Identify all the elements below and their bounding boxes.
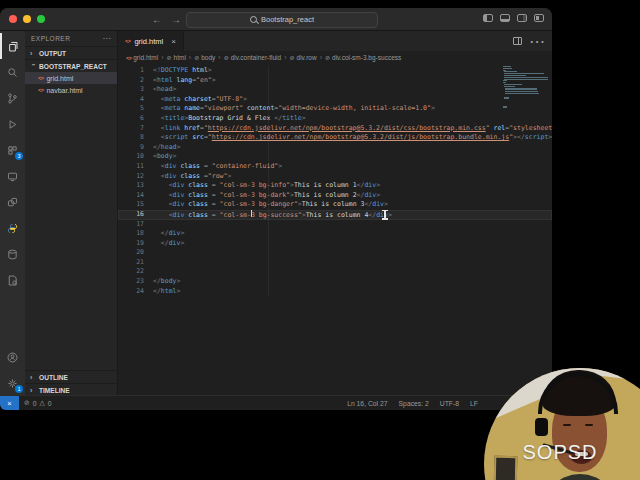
remote-indicator[interactable]: ×	[0, 396, 19, 410]
code-line[interactable]: 8 <script src="https://cdn.jsdelivr.net/…	[118, 133, 552, 143]
eol-setting[interactable]: LF	[470, 400, 478, 407]
forward-icon[interactable]: →	[171, 14, 181, 25]
code-text: <title>Bootstrap Grid & Flex </title>	[153, 114, 306, 124]
breadcrumb-item[interactable]: ⊘div.col-sm-3.bg-success	[325, 54, 401, 61]
code-line[interactable]: 16 <div class = "col-sm-3 bg-success">Th…	[118, 210, 552, 220]
code-line[interactable]: 14 <div class = "col-sm-3 bg-dark">This …	[118, 191, 552, 201]
code-line[interactable]: 5 <meta name="viewport" content="width=d…	[118, 104, 552, 114]
code-text: </div>	[153, 239, 184, 249]
toggle-panel-icon[interactable]	[500, 14, 510, 22]
output-label: OUTPUT	[39, 50, 66, 57]
activity-explorer[interactable]	[0, 33, 25, 59]
mouse-ibeam-cursor	[384, 210, 386, 220]
code-line[interactable]: 4 <meta charset="UTF-8">	[118, 95, 552, 105]
command-center-search[interactable]: Bootstrap_react	[186, 12, 378, 28]
history-nav: ← →	[152, 8, 181, 30]
output-section[interactable]: › OUTPUT	[25, 46, 117, 59]
html-file-icon: <>	[38, 75, 43, 81]
activity-database[interactable]	[0, 241, 25, 267]
indentation-setting[interactable]: Spaces: 2	[399, 400, 429, 407]
explorer-more-icon[interactable]: ⋯	[103, 34, 112, 43]
file-item-navbar[interactable]: <> navbar.html	[25, 84, 117, 96]
chevron-right-icon: ›	[30, 387, 36, 394]
split-editor-icon[interactable]	[513, 37, 522, 45]
editor-actions: ⋯	[513, 31, 545, 51]
activity-extensions[interactable]: 3	[0, 137, 25, 163]
line-number: 1	[118, 66, 153, 76]
code-line[interactable]: 11 <div class = "container-fluid">	[118, 162, 552, 172]
code-line[interactable]: 12 <div class ="row">	[118, 172, 552, 182]
encoding[interactable]: UTF-8	[440, 400, 459, 407]
code-line[interactable]: 15 <div class = "col-sm-3 bg-danger">Thi…	[118, 200, 552, 210]
toggle-secondary-sidebar-icon[interactable]	[517, 14, 527, 22]
explorer-sidebar: EXPLORER ⋯ › OUTPUT › BOOTSTRAP_REACT <>…	[25, 31, 118, 396]
close-tab-icon[interactable]: ×	[171, 37, 176, 46]
outline-section[interactable]: › OUTLINE	[25, 370, 117, 383]
code-line[interactable]: 3<head>	[118, 85, 552, 95]
code-line[interactable]: 2<html lang="en">	[118, 76, 552, 86]
cursor-position[interactable]: Ln 16, Col 27	[347, 400, 387, 407]
code-line[interactable]: 24</html>	[118, 287, 552, 297]
code-area[interactable]: 1<!DOCTYPE html>2<html lang="en">3<head>…	[118, 64, 552, 396]
code-text: <div class ="row">	[153, 172, 231, 182]
code-text: <head>	[153, 85, 177, 95]
code-line[interactable]: 13 <div class = "col-sm-3 bg-info">This …	[118, 181, 552, 191]
code-line[interactable]: 7 <link href="https://cdn.jsdelivr.net/n…	[118, 124, 552, 134]
outline-label: OUTLINE	[39, 374, 68, 381]
breadcrumb-item[interactable]: ⊘div.container-fluid	[224, 54, 282, 61]
breadcrumb-item[interactable]: <> grid.html	[126, 54, 158, 61]
code-text: <div class = "col-sm-3 bg-danger">This i…	[153, 200, 388, 210]
more-actions-icon[interactable]: ⋯	[529, 32, 545, 51]
breadcrumb-item[interactable]: ⊘html	[167, 54, 186, 61]
code-line[interactable]: 17	[118, 220, 552, 230]
line-number: 19	[118, 239, 153, 249]
file-name: grid.html	[46, 75, 73, 82]
code-text: </div>	[153, 229, 184, 239]
activity-python[interactable]	[0, 215, 25, 241]
problems-status[interactable]: ⊘ 0 △ 0	[19, 399, 52, 407]
code-line[interactable]: 10<body>	[118, 152, 552, 162]
code-line[interactable]: 19 </div>	[118, 239, 552, 249]
minimap[interactable]	[503, 66, 549, 112]
window-controls	[9, 15, 45, 23]
html-file-icon: <>	[38, 87, 43, 93]
file-item-grid[interactable]: <> grid.html	[25, 72, 117, 84]
project-section[interactable]: › BOOTSTRAP_REACT	[25, 59, 117, 72]
line-number: 11	[118, 162, 153, 172]
minimap-line	[503, 107, 507, 108]
close-window-button[interactable]	[9, 15, 17, 23]
activity-run-debug[interactable]	[0, 111, 25, 137]
activity-remote-explorer[interactable]	[0, 163, 25, 189]
code-line[interactable]: 22	[118, 267, 552, 277]
breadcrumb-item[interactable]: ⊘body	[194, 54, 215, 61]
minimize-window-button[interactable]	[23, 15, 31, 23]
chevron-right-icon: ›	[30, 50, 36, 57]
vscode-window: ← → Bootstrap_react	[0, 8, 552, 410]
activity-settings[interactable]: 1	[0, 370, 25, 396]
code-line[interactable]: 21	[118, 258, 552, 268]
activity-search[interactable]	[0, 59, 25, 85]
code-text: <div class = "col-sm-3 bg-dark">This is …	[153, 191, 380, 201]
line-number: 4	[118, 95, 153, 105]
code-line[interactable]: 6 <title>Bootstrap Grid & Flex </title>	[118, 114, 552, 124]
timeline-label: TIMELINE	[39, 387, 70, 394]
code-line[interactable]: 20	[118, 248, 552, 258]
maximize-window-button[interactable]	[37, 15, 45, 23]
explorer-title: EXPLORER	[31, 35, 70, 42]
code-line[interactable]: 9</head>	[118, 143, 552, 153]
breadcrumb-item[interactable]: ⊘div.row	[290, 54, 317, 61]
title-bar: ← → Bootstrap_react	[0, 8, 552, 31]
tab-grid-html[interactable]: <> grid.html ×	[118, 31, 184, 51]
code-line[interactable]: 1<!DOCTYPE html>	[118, 66, 552, 76]
toggle-sidebar-icon[interactable]	[483, 14, 493, 22]
code-line[interactable]: 18 </div>	[118, 229, 552, 239]
activity-testing[interactable]	[0, 267, 25, 293]
activity-containers[interactable]	[0, 189, 25, 215]
minimap-line	[505, 93, 539, 94]
back-icon[interactable]: ←	[152, 14, 162, 25]
activity-source-control[interactable]	[0, 85, 25, 111]
customize-layout-icon[interactable]	[534, 14, 544, 22]
activity-account[interactable]	[0, 344, 25, 370]
chevron-right-icon: ›	[189, 54, 191, 61]
code-line[interactable]: 23</body>	[118, 277, 552, 287]
